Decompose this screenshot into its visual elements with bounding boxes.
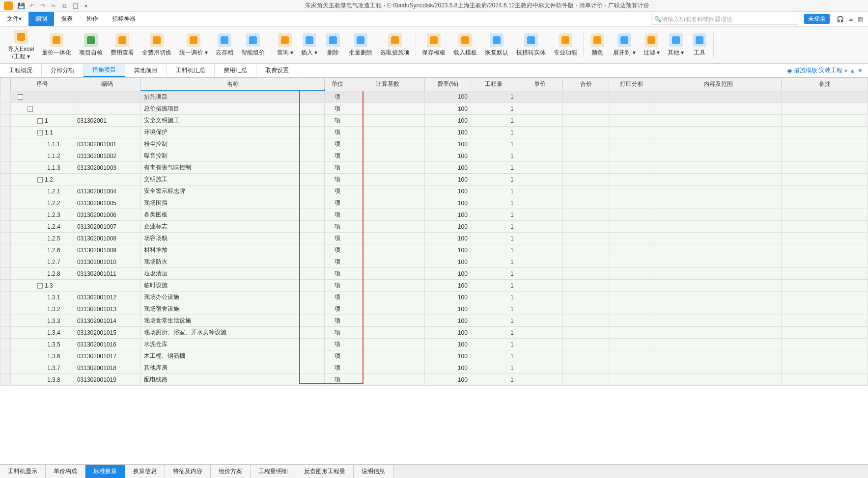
cell[interactable] [0, 374, 11, 386]
cell[interactable]: 1 [471, 350, 517, 362]
cell[interactable]: 噪音控制 [140, 150, 325, 162]
cell[interactable] [655, 115, 782, 127]
table-row[interactable]: 1.2.7031302001010现场防火项1001 [0, 256, 868, 268]
column-header[interactable]: 单价 [517, 78, 563, 91]
cell[interactable]: 031302001011 [74, 268, 140, 280]
cell[interactable]: 100 [425, 91, 471, 103]
main-tab[interactable]: 工料机汇总 [167, 64, 215, 77]
cell[interactable]: 1 [471, 327, 517, 339]
cell[interactable] [782, 115, 868, 127]
cell[interactable]: 各类图板 [140, 209, 325, 221]
bottom-tab[interactable]: 特征及内容 [165, 465, 211, 478]
cell[interactable]: − [11, 103, 74, 115]
cell[interactable] [0, 292, 11, 303]
cell[interactable] [0, 350, 11, 362]
cell[interactable] [782, 162, 868, 174]
cell[interactable]: 安全警示标志牌 [140, 186, 325, 197]
tree-toggle-icon[interactable]: − [37, 283, 43, 289]
cell[interactable] [655, 244, 782, 256]
cell[interactable] [655, 162, 782, 174]
cell[interactable]: 031302001008 [74, 233, 140, 244]
cell[interactable] [609, 327, 655, 339]
table-row[interactable]: 1.3.3031302001014现场食堂生活设施项1001 [0, 315, 868, 327]
cell[interactable] [350, 374, 424, 386]
column-header[interactable]: 计算基数 [350, 78, 424, 91]
cell[interactable]: 1 [471, 209, 517, 221]
cell[interactable] [0, 150, 11, 162]
cell[interactable] [563, 115, 609, 127]
cell[interactable]: 项 [325, 174, 350, 186]
cell[interactable] [517, 91, 563, 103]
cell[interactable] [0, 138, 11, 150]
cell[interactable] [609, 244, 655, 256]
cell[interactable] [782, 233, 868, 244]
tool-button[interactable]: 技措转实体 [512, 31, 550, 58]
cell[interactable] [782, 174, 868, 186]
column-header[interactable]: 备注 [782, 78, 868, 91]
table-row[interactable]: −措施项目项1001 [0, 91, 868, 103]
cell[interactable] [655, 303, 782, 315]
cell[interactable] [563, 327, 609, 339]
cell[interactable]: 100 [425, 362, 471, 374]
cell[interactable] [563, 103, 609, 115]
cell[interactable]: 垃圾清运 [140, 268, 325, 280]
cell[interactable] [0, 186, 11, 197]
cell[interactable] [350, 150, 424, 162]
cell[interactable] [563, 233, 609, 244]
column-header[interactable]: 合价 [563, 78, 609, 91]
copy-icon[interactable]: ⧉ [60, 1, 69, 10]
cell[interactable]: 1 [471, 233, 517, 244]
menu-item[interactable]: 文件▾ [0, 12, 28, 26]
cell[interactable] [0, 103, 11, 115]
cell[interactable] [782, 339, 868, 350]
cell[interactable] [74, 280, 140, 292]
headset-icon[interactable]: 🎧 [837, 16, 844, 23]
cell[interactable] [655, 280, 782, 292]
column-header[interactable]: 编码 [74, 78, 140, 91]
cell[interactable] [0, 233, 11, 244]
cell[interactable]: 临时设施 [140, 280, 325, 292]
cell[interactable]: 1.2.4 [11, 221, 74, 233]
table-row[interactable]: 1.2.2031302001005现场围挡项1001 [0, 197, 868, 209]
cell[interactable]: 项 [325, 115, 350, 127]
cell[interactable]: 1.3.7 [11, 362, 74, 374]
cell[interactable] [350, 127, 424, 138]
cell[interactable]: 1.3.5 [11, 339, 74, 350]
cell[interactable] [350, 103, 424, 115]
cell[interactable]: 100 [425, 256, 471, 268]
cell[interactable]: 1.3.3 [11, 315, 74, 327]
tool-button[interactable]: 选取措施项 [376, 31, 414, 58]
cell[interactable]: 项 [325, 268, 350, 280]
tool-button[interactable]: 恢复默认 [481, 31, 512, 58]
cell[interactable]: 100 [425, 327, 471, 339]
table-row[interactable]: 1.2.5031302001008场容场貌项1001 [0, 233, 868, 244]
column-header[interactable]: 名称 [140, 78, 325, 91]
cell[interactable] [563, 127, 609, 138]
cell[interactable]: 项 [325, 150, 350, 162]
cell[interactable] [609, 221, 655, 233]
cell[interactable] [350, 197, 424, 209]
cell[interactable] [782, 350, 868, 362]
cell[interactable] [0, 327, 11, 339]
cell[interactable] [0, 244, 11, 256]
cell[interactable]: 100 [425, 315, 471, 327]
cell[interactable] [655, 268, 782, 280]
cell[interactable]: 031302001012 [74, 292, 140, 303]
tree-toggle-icon[interactable]: − [18, 94, 23, 100]
cell[interactable] [350, 315, 424, 327]
cell[interactable] [517, 244, 563, 256]
cell[interactable]: 100 [425, 280, 471, 292]
cell[interactable]: 1.3.2 [11, 303, 74, 315]
cell[interactable]: 有毒有害气味控制 [140, 162, 325, 174]
cell[interactable]: 1 [471, 244, 517, 256]
bottom-tab[interactable]: 工程量明细 [251, 465, 296, 478]
cell[interactable]: 项 [325, 138, 350, 150]
cell[interactable] [350, 209, 424, 221]
cell[interactable] [0, 256, 11, 268]
cell[interactable]: 1 [471, 127, 517, 138]
cell[interactable] [782, 127, 868, 138]
tool-button[interactable]: 展开到 ▾ [609, 31, 639, 58]
cell[interactable]: 1 [471, 303, 517, 315]
cell[interactable]: 项 [325, 374, 350, 386]
cell[interactable]: 材料堆放 [140, 244, 325, 256]
